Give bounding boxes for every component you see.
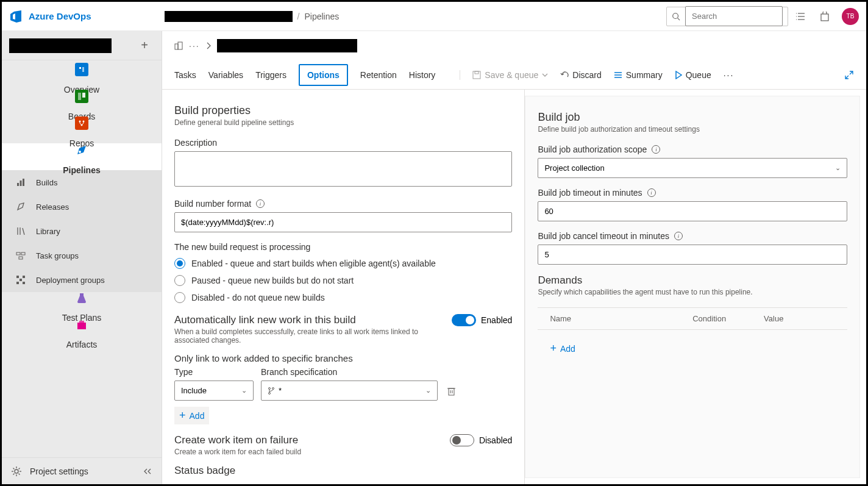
summary-button[interactable]: Summary <box>614 70 663 80</box>
svg-point-34 <box>15 470 18 473</box>
sidebar-sub-label: Deployment groups <box>36 276 105 285</box>
breadcrumb-pipelines[interactable]: Pipelines <box>304 12 339 21</box>
org-icon[interactable] <box>174 41 183 50</box>
add-demand-link[interactable]: + Add <box>550 342 835 355</box>
redacted-org-name <box>165 11 293 22</box>
artifacts-icon <box>75 319 88 331</box>
sidebar-item-testplans[interactable]: Test Plans <box>2 292 162 319</box>
cancel-timeout-input[interactable] <box>538 245 847 265</box>
svg-rect-9 <box>78 66 85 73</box>
queue-button[interactable]: Queue <box>675 70 711 80</box>
sidebar-sub-deploymentgroups[interactable]: Deployment groups <box>2 268 162 292</box>
type-select[interactable]: Include ⌄ <box>174 381 254 401</box>
radio-paused-label: Paused - queue new builds but do not sta… <box>191 276 354 285</box>
chevron-down-icon: ⌄ <box>425 387 431 395</box>
timeout-input[interactable] <box>538 201 847 221</box>
build-properties-heading: Build properties <box>174 104 512 117</box>
sidebar-item-pipelines[interactable]: Pipelines <box>2 143 162 170</box>
svg-line-1 <box>678 18 680 20</box>
radio-paused[interactable] <box>174 275 185 286</box>
redacted-project-name <box>9 38 112 53</box>
info-icon[interactable]: i <box>652 145 660 154</box>
sidebar-item-boards[interactable]: Boards <box>2 90 162 116</box>
tab-variables[interactable]: Variables <box>208 63 243 87</box>
processing-label: The new build request is processing <box>174 242 512 252</box>
tab-tasks[interactable]: Tasks <box>174 63 196 87</box>
user-avatar[interactable]: TB <box>842 8 859 25</box>
search-input[interactable] <box>685 6 783 26</box>
radio-disabled-label: Disabled - do not queue new builds <box>191 293 325 302</box>
test-plans-icon <box>75 292 88 304</box>
build-number-format-input[interactable] <box>174 212 512 232</box>
project-settings-label: Project settings <box>30 466 88 476</box>
tab-history[interactable]: History <box>409 63 436 87</box>
description-input[interactable] <box>174 151 512 187</box>
save-icon <box>472 71 481 79</box>
list-icon[interactable] <box>788 12 813 21</box>
radio-disabled[interactable] <box>174 292 185 303</box>
tab-triggers[interactable]: Triggers <box>255 63 286 87</box>
chevron-down-icon: ⌄ <box>835 164 841 172</box>
info-icon[interactable]: i <box>674 232 683 240</box>
add-branch-link[interactable]: + Add <box>174 407 209 424</box>
sidebar-item-overview[interactable]: Overview <box>2 63 162 90</box>
product-logo-area[interactable]: Azure DevOps <box>9 9 91 24</box>
sidebar-sub-taskgroups[interactable]: Task groups <box>2 243 162 268</box>
add-project-button[interactable]: + <box>135 36 154 55</box>
sidebar-item-artifacts[interactable]: Artifacts <box>2 319 162 346</box>
status-badge-heading: Status badge <box>174 465 512 477</box>
svg-rect-10 <box>79 67 81 69</box>
autolink-subtitle: When a build completes successfully, cre… <box>174 327 437 345</box>
wi-fail-toggle[interactable] <box>450 434 474 446</box>
build-job-subtitle: Define build job authorization and timeo… <box>538 125 847 134</box>
info-icon[interactable]: i <box>256 199 265 208</box>
delete-branch-row-button[interactable] <box>445 382 458 401</box>
chevron-right-icon <box>206 42 211 49</box>
sidebar-sub-library[interactable]: Library <box>2 219 162 243</box>
svg-rect-30 <box>23 282 25 284</box>
releases-icon <box>14 200 27 213</box>
info-icon[interactable]: i <box>647 188 656 197</box>
svg-point-0 <box>673 13 678 18</box>
expand-icon[interactable] <box>844 70 854 80</box>
save-queue-button[interactable]: Save & queue <box>472 70 548 80</box>
svg-line-39 <box>13 468 15 469</box>
build-properties-subtitle: Define general build pipeline settings <box>174 118 512 127</box>
project-settings-link[interactable]: Project settings <box>2 457 162 484</box>
sidebar-sub-label: Builds <box>36 178 57 187</box>
chevron-down-icon <box>542 73 548 77</box>
svg-rect-32 <box>77 323 86 329</box>
auth-scope-select[interactable]: Project collection ⌄ <box>538 158 847 178</box>
branch-spec-label: Branch specification <box>261 367 438 377</box>
autolink-toggle-state: Enabled <box>481 315 512 325</box>
repos-icon <box>75 116 88 130</box>
tab-options[interactable]: Options <box>299 64 348 86</box>
branch-icon <box>268 387 275 395</box>
branches-label: Only link to work added to specific bran… <box>174 353 512 363</box>
collapse-sidebar-icon[interactable] <box>143 468 152 475</box>
shopping-bag-icon[interactable] <box>813 12 837 21</box>
more-crumb-icon[interactable]: ··· <box>189 41 200 51</box>
svg-point-50 <box>269 387 271 389</box>
svg-rect-26 <box>19 257 23 259</box>
task-groups-icon <box>14 249 27 262</box>
sidebar-item-repos[interactable]: Repos <box>2 116 162 143</box>
svg-point-51 <box>272 387 274 389</box>
undo-icon <box>560 71 569 79</box>
tab-retention[interactable]: Retention <box>360 63 397 87</box>
svg-rect-28 <box>23 276 25 278</box>
type-label: Type <box>174 367 254 377</box>
more-actions-button[interactable]: ··· <box>724 70 735 80</box>
chevron-down-icon: ⌄ <box>241 387 247 395</box>
autolink-toggle[interactable] <box>452 314 476 326</box>
branch-spec-select[interactable]: * ⌄ <box>261 381 438 401</box>
discard-button[interactable]: Discard <box>560 70 601 80</box>
cancel-timeout-label: Build job cancel timeout in minutes <box>538 231 669 241</box>
sidebar-sub-releases[interactable]: Releases <box>2 195 162 219</box>
radio-enabled[interactable] <box>174 258 185 269</box>
search-input-wrapper[interactable] <box>666 7 788 26</box>
svg-line-41 <box>13 473 15 474</box>
description-label: Description <box>174 138 512 148</box>
plus-icon: + <box>550 342 557 355</box>
svg-rect-12 <box>78 93 81 100</box>
